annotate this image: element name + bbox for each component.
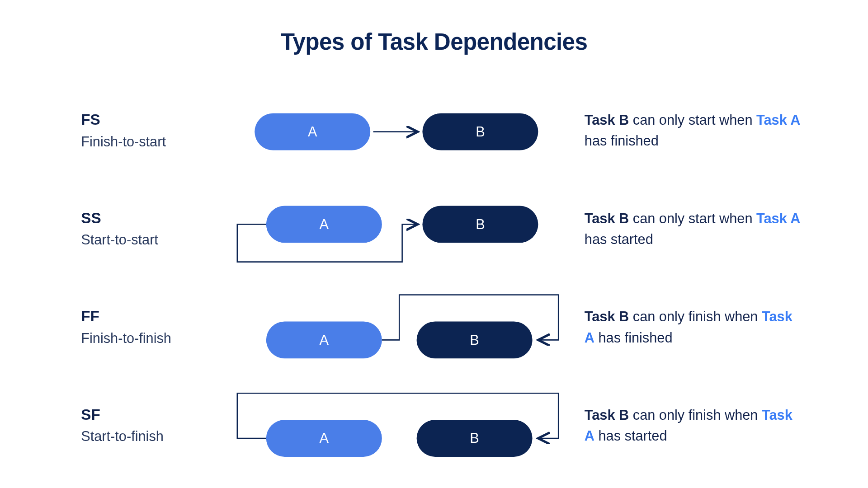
row-label: SF Start-to-finish: [81, 406, 243, 445]
row-ff: FF Finish-to-finish A B Task B can only …: [17, 294, 850, 392]
abbr: SS: [81, 209, 243, 227]
description: Task B can only start when Task A has st…: [585, 208, 804, 250]
abbr: FS: [81, 111, 243, 129]
task-b-ref: Task B: [585, 211, 629, 226]
task-a-ref: Task A: [756, 211, 800, 226]
row-sf: SF Start-to-finish A B Task B can only f…: [17, 392, 850, 488]
diagram-cell: A B: [237, 294, 561, 392]
row-label: SS Start-to-start: [81, 209, 243, 248]
diagram-stage: Types of Task Dependencies FS Finish-to-…: [17, 5, 850, 484]
description: Task B can only finish when Task A has s…: [585, 405, 804, 446]
row-ss: SS Start-to-start A B Task B can only st…: [17, 195, 850, 294]
task-a-pill: A: [266, 420, 382, 457]
task-b-ref: Task B: [585, 112, 629, 128]
task-b-ref: Task B: [585, 309, 629, 324]
task-a-pill: A: [266, 321, 382, 358]
diagram-cell: A B: [237, 97, 561, 196]
diagram-title: Types of Task Dependencies: [17, 5, 850, 55]
abbr: FF: [81, 308, 243, 326]
long-name: Start-to-start: [81, 232, 243, 248]
long-name: Start-to-finish: [81, 428, 243, 445]
task-a-pill: A: [266, 206, 382, 243]
diagram-cell: A B: [237, 195, 561, 294]
diagram-cell: A B: [237, 392, 561, 488]
abbr: SF: [81, 406, 243, 424]
task-b-ref: Task B: [585, 407, 629, 423]
task-b-pill: B: [422, 206, 538, 243]
task-a-ref: Task A: [756, 112, 800, 128]
description: Task B can only start when Task A has fi…: [585, 110, 804, 151]
task-b-pill: B: [417, 420, 533, 457]
row-label: FF Finish-to-finish: [81, 308, 243, 347]
long-name: Finish-to-finish: [81, 330, 243, 347]
task-a-pill: A: [255, 113, 370, 150]
long-name: Finish-to-start: [81, 133, 243, 150]
row-label: FS Finish-to-start: [81, 111, 243, 150]
row-fs: FS Finish-to-start A B Task B can only s…: [17, 97, 850, 196]
dependency-rows: FS Finish-to-start A B Task B can only s…: [17, 97, 850, 488]
task-b-pill: B: [417, 321, 533, 358]
task-b-pill: B: [422, 113, 538, 150]
description: Task B can only finish when Task A has f…: [585, 306, 804, 348]
